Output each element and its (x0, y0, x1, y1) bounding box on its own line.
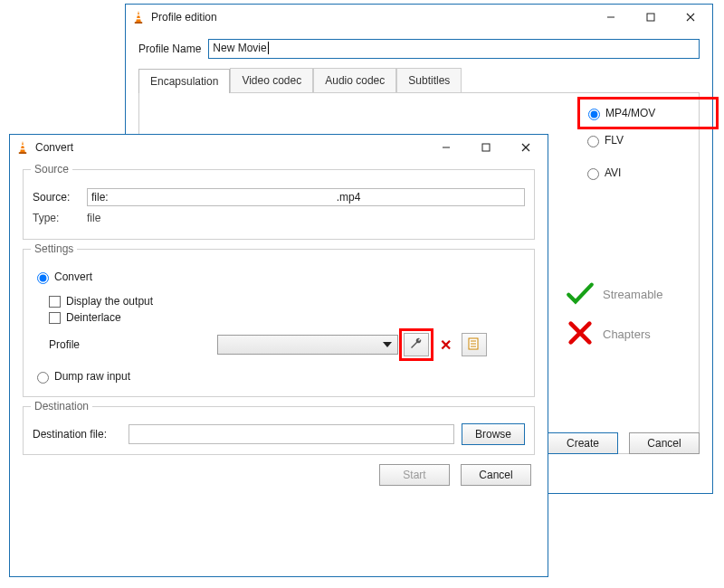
browse-button[interactable]: Browse (462, 423, 525, 445)
svg-rect-2 (135, 22, 142, 24)
deinterlace-checkbox[interactable]: Deinterlace (49, 311, 525, 324)
tab-subtitles[interactable]: Subtitles (396, 68, 462, 92)
maximize-button[interactable] (466, 137, 506, 158)
vlc-cone-icon (131, 10, 146, 24)
wrench-icon (409, 337, 424, 354)
radio-icon[interactable] (587, 136, 599, 147)
dump-raw-radio[interactable]: Dump raw input (33, 369, 130, 384)
minimize-button[interactable] (591, 6, 631, 28)
edit-profile-button[interactable] (404, 333, 429, 356)
checkbox-icon[interactable] (49, 296, 61, 308)
cross-icon (565, 319, 603, 349)
radio-icon[interactable] (588, 109, 600, 120)
start-button[interactable]: Start (379, 464, 450, 486)
group-title: Destination (31, 400, 92, 413)
format-flv-radio[interactable]: FLV (583, 124, 710, 156)
destination-group: Destination Destination file: Browse (23, 406, 535, 455)
profile-name-label: Profile Name (138, 43, 201, 55)
svg-rect-9 (19, 152, 26, 154)
settings-group: Settings Convert Display the output Dein… (23, 249, 535, 397)
format-avi-radio[interactable]: AVI (583, 156, 710, 189)
close-button[interactable] (506, 137, 546, 158)
window-title: Profile edition (151, 11, 217, 24)
minimize-button[interactable] (426, 137, 466, 158)
svg-rect-1 (137, 18, 140, 19)
display-output-checkbox[interactable]: Display the output (49, 295, 525, 308)
source-group: Source Source: file: xxxxxxxxxxxxxxxxxxx… (23, 169, 535, 240)
type-value: file (87, 212, 100, 224)
chapters-flag: Chapters (565, 314, 662, 354)
delete-icon: ✕ (440, 337, 452, 354)
svg-rect-4 (647, 14, 654, 21)
maximize-button[interactable] (631, 6, 671, 28)
radio-icon[interactable] (37, 372, 49, 384)
delete-profile-button[interactable]: ✕ (433, 333, 458, 356)
vlc-cone-icon (15, 140, 30, 155)
cancel-button[interactable]: Cancel (461, 464, 531, 486)
check-icon (565, 280, 603, 309)
tab-video-codec[interactable]: Video codec (230, 68, 313, 92)
destination-file-label: Destination file: (33, 428, 121, 441)
convert-window: Convert Source Source: file: xxxxxxxxxxx… (9, 134, 548, 577)
radio-icon[interactable] (37, 272, 49, 284)
group-title: Settings (31, 242, 77, 255)
svg-rect-7 (21, 145, 24, 146)
svg-rect-0 (137, 14, 139, 15)
titlebar: Convert (10, 135, 548, 160)
tab-audio-codec[interactable]: Audio codec (313, 68, 396, 92)
close-button[interactable] (671, 6, 710, 28)
profile-combobox[interactable] (217, 335, 398, 355)
format-label: AVI (605, 166, 621, 179)
profile-label: Profile (49, 338, 101, 351)
streamable-flag: Streamable (565, 274, 662, 314)
destination-file-input[interactable] (129, 424, 454, 444)
source-label: Source: (33, 191, 80, 204)
cancel-button[interactable]: Cancel (629, 432, 700, 454)
convert-radio[interactable]: Convert (33, 270, 92, 284)
radio-icon[interactable] (587, 168, 599, 180)
profile-name-input[interactable]: New Movie (208, 39, 700, 59)
window-title: Convert (35, 141, 73, 154)
new-profile-icon (467, 337, 481, 354)
svg-rect-8 (21, 148, 24, 149)
svg-rect-11 (482, 144, 490, 151)
create-button[interactable]: Create (548, 432, 618, 454)
titlebar: Profile edition (126, 5, 712, 30)
group-title: Source (31, 163, 72, 175)
tabs: Encapsulation Video codec Audio codec Su… (138, 68, 700, 92)
new-profile-button[interactable] (462, 333, 487, 356)
format-label: FLV (605, 134, 624, 147)
format-label: MP4/MOV (605, 107, 655, 119)
chevron-down-icon (383, 342, 392, 347)
source-input[interactable]: file: xxxxxxxxxxxxxxxxxxxxxxxxxxxxxxxxxx… (87, 188, 525, 206)
tab-encapsulation[interactable]: Encapsulation (138, 69, 230, 93)
checkbox-icon[interactable] (49, 312, 61, 324)
type-label: Type: (33, 212, 80, 224)
